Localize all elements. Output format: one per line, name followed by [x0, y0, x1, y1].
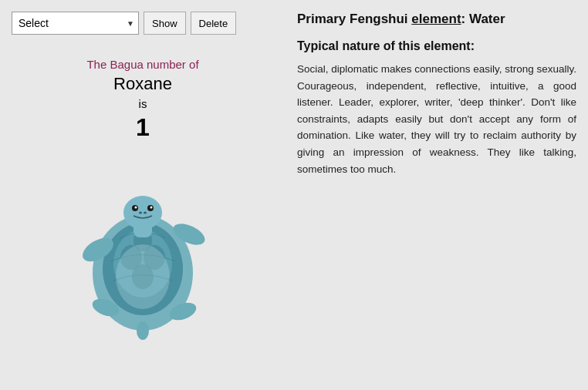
turtle-image [66, 150, 220, 358]
primary-element-heading: Primary Fengshui element: Water [297, 12, 576, 27]
bagua-name: Roxane [113, 74, 172, 94]
svg-point-12 [139, 212, 142, 214]
select-wrapper[interactable]: Select ▼ [12, 12, 139, 35]
description-text: Social, diplomatic makes connections eas… [297, 63, 576, 175]
colon: : [461, 12, 466, 26]
bagua-intro: The Bagua number of [86, 58, 198, 71]
delete-button[interactable]: Delete [191, 12, 237, 35]
svg-point-20 [137, 321, 149, 340]
toolbar: Select ▼ Show Delete [12, 12, 236, 35]
right-panel: Primary Fengshui element: Water Typical … [282, 12, 576, 378]
left-panel: Select ▼ Show Delete The Bagua number of… [12, 12, 274, 378]
bagua-number: 1 [136, 113, 150, 142]
main-container: Select ▼ Show Delete The Bagua number of… [0, 0, 588, 390]
primary-label: Primary Fengshui [297, 12, 408, 26]
svg-point-13 [144, 212, 147, 214]
svg-rect-18 [133, 222, 152, 237]
svg-point-10 [135, 207, 137, 209]
element-word: element [411, 12, 461, 26]
bagua-is-label: is [139, 97, 147, 110]
typical-nature-title: Typical nature of this element: [297, 39, 576, 53]
svg-point-19 [116, 244, 170, 309]
name-select[interactable]: Select [12, 12, 139, 35]
typical-nature-text: Social, diplomatic makes connections eas… [297, 61, 576, 177]
element-value: Water [469, 12, 505, 26]
svg-point-11 [150, 207, 153, 209]
show-button[interactable]: Show [144, 12, 186, 35]
bagua-section: The Bagua number of Roxane is 1 [12, 50, 274, 358]
turtle-svg [66, 150, 220, 358]
